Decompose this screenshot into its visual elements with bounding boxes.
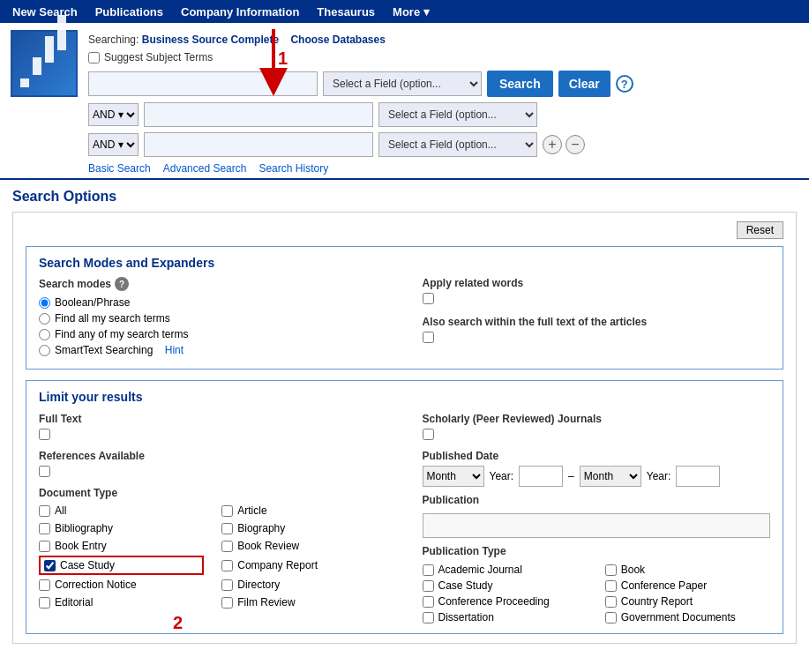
- doc-companyreport-checkbox[interactable]: [221, 560, 233, 571]
- mode-any-terms: Find any of my search terms: [39, 328, 387, 340]
- doc-type-grid: All Article Bibliography: [39, 503, 387, 610]
- doc-bibliography-checkbox[interactable]: [39, 523, 50, 534]
- basic-search-link[interactable]: Basic Search: [88, 162, 151, 175]
- doc-type-film-review: Film Review: [221, 594, 386, 610]
- doc-type-label: Document Type: [39, 487, 387, 499]
- search-options-title: Search Options: [12, 189, 797, 205]
- publication-section: Publication: [423, 494, 771, 538]
- publication-label: Publication: [423, 494, 771, 506]
- remove-row-button[interactable]: −: [566, 135, 585, 154]
- nav-new-search[interactable]: New Search: [4, 0, 86, 23]
- nav-more[interactable]: More ▾: [384, 0, 438, 23]
- nav-publications[interactable]: Publications: [86, 0, 172, 23]
- mode-boolean-radio[interactable]: [39, 297, 50, 309]
- logo: [11, 30, 78, 97]
- pub-date-to-month[interactable]: Month: [580, 466, 641, 487]
- pub-book-checkbox[interactable]: [605, 564, 617, 576]
- published-date-section: Published Date Month Year: – Month: [423, 450, 771, 487]
- pub-casestudy-checkbox[interactable]: [423, 580, 434, 592]
- options-panel: Reset Search Modes and Expanders Search …: [12, 212, 797, 644]
- db-link[interactable]: Business Source Complete: [142, 34, 279, 46]
- pub-date-from-month[interactable]: Month: [423, 466, 484, 487]
- field-select-1[interactable]: Select a Field (option...: [323, 71, 482, 96]
- doc-article-checkbox[interactable]: [221, 505, 233, 517]
- search-modes-title: Search modes ?: [39, 277, 387, 291]
- pub-date-row: Month Year: – Month Year:: [423, 466, 771, 487]
- pub-dissertation-checkbox[interactable]: [423, 612, 434, 623]
- pub-confproceeding-checkbox[interactable]: [423, 596, 434, 608]
- pub-govdocs-checkbox[interactable]: [605, 612, 617, 623]
- limit-results-title: Limit your results: [39, 390, 770, 404]
- search-button[interactable]: Search: [487, 71, 553, 97]
- pub-date-to-year[interactable]: [676, 466, 720, 487]
- search-row-3: AND ▾ Select a Field (option... + −: [88, 132, 798, 157]
- doc-type-book-review: Book Review: [221, 538, 386, 554]
- choose-databases-link[interactable]: Choose Databases: [290, 34, 385, 46]
- top-navigation: New Search Publications Company Informat…: [0, 0, 809, 23]
- pub-academic-journal-checkbox[interactable]: [423, 564, 434, 576]
- full-text-articles-row: Also search within the full text of the …: [423, 316, 771, 346]
- full-text-row: Full Text: [39, 413, 387, 443]
- full-text-articles-title: Also search within the full text of the …: [423, 316, 771, 328]
- reset-bar: Reset: [26, 221, 783, 239]
- search-history-link[interactable]: Search History: [258, 162, 328, 175]
- advanced-search-link[interactable]: Advanced Search: [163, 162, 247, 175]
- full-text-articles-checkbox[interactable]: [423, 332, 434, 343]
- doc-type-bibliography: Bibliography: [39, 520, 204, 536]
- pub-type-label: Publication Type: [423, 545, 771, 557]
- apply-related-checkbox[interactable]: [423, 293, 434, 304]
- pub-type-country-report: Country Report: [605, 594, 770, 609]
- limit-inner: Full Text References Available: [39, 413, 770, 624]
- doc-editorial-checkbox[interactable]: [39, 597, 50, 609]
- search-input-1[interactable]: [88, 71, 318, 96]
- doc-biography-checkbox[interactable]: [221, 523, 233, 534]
- document-type-section: Document Type All Article: [39, 487, 387, 610]
- connector-select-2[interactable]: AND ▾: [88, 133, 139, 156]
- clear-button[interactable]: Clear: [558, 71, 610, 97]
- reset-button[interactable]: Reset: [737, 221, 783, 239]
- pub-date-from-year[interactable]: [519, 466, 563, 487]
- search-links: Basic Search Advanced Search Search Hist…: [88, 162, 798, 175]
- doc-all-checkbox[interactable]: [39, 505, 50, 517]
- doc-correction-checkbox[interactable]: [39, 579, 50, 591]
- nav-thesaurus[interactable]: Thesaurus: [308, 0, 384, 23]
- modes-help-icon[interactable]: ?: [115, 277, 129, 291]
- doc-type-editorial: Editorial: [39, 594, 204, 610]
- publication-input[interactable]: [423, 513, 771, 538]
- apply-related-title: Apply related words: [423, 277, 524, 289]
- field-select-2[interactable]: Select a Field (option...: [378, 102, 537, 127]
- suggest-checkbox[interactable]: [88, 52, 100, 63]
- mode-any-terms-radio[interactable]: [39, 329, 50, 340]
- add-row-button[interactable]: +: [543, 135, 562, 154]
- doc-filmreview-checkbox[interactable]: [221, 597, 233, 609]
- field-select-3[interactable]: Select a Field (option...: [378, 132, 537, 157]
- search-input-3[interactable]: [144, 132, 373, 157]
- searching-prefix: Searching:: [88, 34, 139, 46]
- published-date-label: Published Date: [423, 450, 771, 462]
- pub-countryreport-checkbox[interactable]: [605, 596, 617, 608]
- search-input-2[interactable]: [144, 102, 373, 127]
- full-text-checkbox[interactable]: [39, 429, 50, 440]
- mode-all-terms-radio[interactable]: [39, 313, 50, 325]
- help-icon[interactable]: ?: [616, 75, 633, 93]
- modes-expanders-title: Search Modes and Expanders: [39, 256, 770, 270]
- pub-type-conference-paper: Conference Paper: [605, 579, 770, 593]
- scholarly-checkbox[interactable]: [423, 429, 434, 440]
- doc-directory-checkbox[interactable]: [221, 579, 233, 591]
- nav-company-information[interactable]: Company Information: [172, 0, 308, 23]
- limit-right-column: Scholarly (Peer Reviewed) Journals Publi…: [423, 413, 771, 624]
- doc-casestudy-checkbox[interactable]: [44, 560, 56, 571]
- logo-graphic: [20, 40, 68, 87]
- pub-confpaper-checkbox[interactable]: [605, 580, 617, 592]
- header-area: Searching: Business Source Complete Choo…: [0, 23, 809, 180]
- connector-select-1[interactable]: AND ▾: [88, 103, 139, 126]
- pub-type-book: Book: [605, 563, 770, 577]
- doc-bookentry-checkbox[interactable]: [39, 541, 50, 552]
- scholarly-label: Scholarly (Peer Reviewed) Journals: [423, 413, 602, 425]
- mode-smarttext-radio[interactable]: [39, 345, 50, 356]
- hint-link[interactable]: Hint: [165, 344, 184, 356]
- scholarly-row: Scholarly (Peer Reviewed) Journals: [423, 413, 771, 443]
- suggest-label: Suggest Subject Terms: [104, 51, 213, 63]
- references-checkbox[interactable]: [39, 466, 50, 477]
- doc-bookreview-checkbox[interactable]: [221, 541, 233, 552]
